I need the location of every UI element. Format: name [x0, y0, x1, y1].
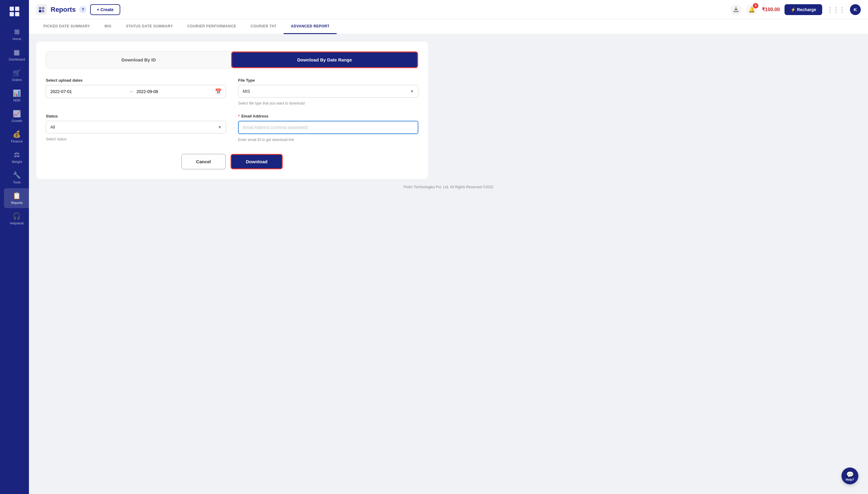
header-right: 🔔 6 ₹100.00 ⚡ Recharge ⋮⋮⋮ K: [731, 4, 861, 15]
sidebar-item-orders[interactable]: 🛒Orders: [4, 65, 29, 85]
growth-icon: 📈: [13, 110, 21, 118]
sidebar-label-reports: Reports: [11, 201, 23, 205]
balance-display: ₹100.00: [762, 7, 780, 12]
date-to-input[interactable]: [136, 89, 212, 94]
date-range-group: Select upload dates → 📅: [46, 78, 226, 106]
grid-menu-icon[interactable]: ⋮⋮⋮: [827, 6, 845, 13]
help-fab-label: Help?: [846, 478, 854, 481]
file-type-hint: Select file type that you want to downlo…: [238, 101, 418, 106]
tab-courier-tat[interactable]: COURIER TAT: [243, 19, 284, 34]
sidebar-item-ndr[interactable]: 📊NDR: [4, 86, 29, 106]
notification-badge: 6: [753, 3, 758, 8]
svg-rect-5: [42, 7, 44, 10]
calendar-icon[interactable]: 📅: [215, 88, 222, 95]
status-hint: Select status: [46, 137, 226, 141]
sidebar-label-tools: Tools: [13, 180, 21, 184]
svg-rect-4: [39, 7, 41, 10]
date-label: Select upload dates: [46, 78, 226, 82]
toggle-by-date-button[interactable]: Download By Date Range: [231, 52, 418, 68]
download-toggle-group: Download By ID Download By Date Range: [46, 51, 418, 69]
create-button[interactable]: + Create: [90, 4, 120, 15]
sidebar-logo: [7, 4, 22, 21]
sidebar-item-tools[interactable]: 🔧Tools: [4, 168, 29, 188]
avatar[interactable]: K: [850, 4, 861, 15]
content-area: Download By ID Download By Date Range Se…: [29, 34, 868, 494]
helpdesk-icon: 🎧: [13, 212, 21, 220]
recharge-button[interactable]: ⚡ Recharge: [784, 4, 822, 15]
ndr-icon: 📊: [13, 90, 21, 97]
main-content: Reports ? + Create 🔔 6 ₹100.00 ⚡ Recharg…: [29, 0, 868, 494]
email-group: * Email Address Enter email ID to get do…: [238, 114, 418, 142]
sidebar-label-growth: Growth: [12, 119, 22, 122]
help-fab-button[interactable]: 💬 Help?: [842, 468, 858, 484]
tools-icon: 🔧: [13, 171, 21, 179]
header-left: Reports ? + Create: [36, 4, 120, 15]
sidebar-item-weight[interactable]: ⚖Weight: [4, 147, 29, 167]
status-select[interactable]: AllDeliveredRTOIn TransitPending: [46, 121, 226, 133]
dashboard-icon: ▦: [14, 49, 20, 56]
tab-status-date-summary[interactable]: STATUS DATE SUMMARY: [119, 19, 180, 34]
help-fab-icon: 💬: [846, 471, 854, 478]
reports-header-icon: [36, 4, 47, 15]
sidebar-label-finance: Finance: [11, 139, 23, 143]
sidebar-item-dashboard[interactable]: ▦Dashboard: [4, 45, 29, 65]
svg-rect-3: [15, 12, 19, 16]
help-icon[interactable]: ?: [79, 6, 87, 13]
file-type-select-wrapper: MISAWBCOD RemittanceWeight Discrepancy ▼: [238, 85, 418, 98]
email-label: * Email Address: [238, 114, 418, 118]
date-range-input[interactable]: → 📅: [46, 85, 226, 98]
report-form: Select upload dates → 📅 File Type MISAWB…: [46, 78, 418, 142]
sidebar-label-weight: Weight: [12, 160, 22, 164]
tab-advanced-report[interactable]: ADVANCED REPORT: [283, 19, 337, 34]
sidebar-label-home: Home: [12, 37, 21, 41]
action-row: Cancel Download: [46, 154, 418, 169]
email-input[interactable]: [238, 121, 418, 134]
svg-rect-1: [15, 7, 19, 11]
toggle-by-id-button[interactable]: Download By ID: [46, 52, 231, 68]
tab-picked-date-summary[interactable]: PICKED DATE SUMMARY: [36, 19, 97, 34]
sidebar-item-home[interactable]: ⊞Home: [4, 24, 29, 44]
file-type-group: File Type MISAWBCOD RemittanceWeight Dis…: [238, 78, 418, 106]
date-arrow-icon: →: [129, 89, 133, 94]
sidebar-label-orders: Orders: [12, 78, 22, 82]
sidebar: ⊞Home▦Dashboard🛒Orders📊NDR📈Growth💰Financ…: [0, 0, 29, 494]
header: Reports ? + Create 🔔 6 ₹100.00 ⚡ Recharg…: [29, 0, 868, 19]
email-hint: Enter email ID to get download link: [238, 138, 418, 142]
sidebar-label-helpdesk: Helpdesk: [10, 222, 24, 225]
finance-icon: 💰: [13, 130, 21, 138]
sidebar-label-dashboard: Dashboard: [9, 58, 25, 61]
report-card: Download By ID Download By Date Range Se…: [36, 42, 428, 179]
svg-rect-0: [10, 7, 14, 11]
orders-icon: 🛒: [13, 69, 21, 77]
sidebar-item-growth[interactable]: 📈Growth: [4, 106, 29, 126]
page-title: Reports: [51, 6, 76, 14]
status-label: Status: [46, 114, 226, 118]
weight-icon: ⚖: [14, 151, 20, 159]
file-type-label: File Type: [238, 78, 418, 82]
logo-icon: [9, 6, 20, 19]
tabs-bar: PICKED DATE SUMMARYMISSTATUS DATE SUMMAR…: [29, 19, 868, 34]
status-group: Status AllDeliveredRTOIn TransitPending …: [46, 114, 226, 142]
sidebar-item-finance[interactable]: 💰Finance: [4, 127, 29, 147]
svg-rect-2: [10, 12, 14, 16]
tab-mis[interactable]: MIS: [97, 19, 119, 34]
sidebar-label-ndr: NDR: [13, 98, 20, 102]
file-type-select[interactable]: MISAWBCOD RemittanceWeight Discrepancy: [238, 85, 418, 98]
download-icon[interactable]: [731, 4, 741, 15]
tab-courier-performance[interactable]: COURIER PERFORMANCE: [180, 19, 243, 34]
required-marker: *: [238, 114, 240, 118]
sidebar-item-reports[interactable]: 📋Reports: [4, 188, 29, 208]
download-button[interactable]: Download: [230, 154, 283, 169]
sidebar-item-helpdesk[interactable]: 🎧Helpdesk: [4, 209, 29, 229]
cancel-button[interactable]: Cancel: [181, 154, 226, 169]
notification-icon[interactable]: 🔔 6: [746, 4, 757, 15]
status-select-wrapper: AllDeliveredRTOIn TransitPending ▼: [46, 121, 226, 133]
reports-icon: 📋: [13, 192, 21, 200]
svg-rect-7: [42, 10, 44, 12]
date-from-input[interactable]: [50, 89, 126, 94]
svg-rect-6: [39, 10, 41, 12]
footer: Pickrr Technologies Pvt. Ltd. All Rights…: [36, 179, 861, 195]
home-icon: ⊞: [14, 28, 20, 36]
